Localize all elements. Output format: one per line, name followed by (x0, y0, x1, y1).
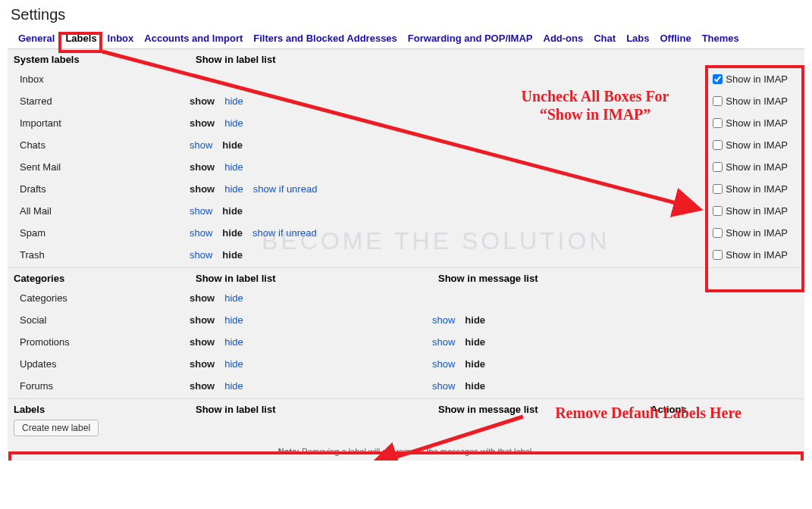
col-header-show-label-list: Show in label list (196, 54, 438, 65)
option-hide: hide (222, 249, 243, 261)
system-label-row: Trashshow hideShow in IMAP (8, 244, 804, 266)
col-header-show-message-list-2: Show in message list (438, 404, 651, 415)
col-header-show-message-list: Show in message list (438, 273, 651, 284)
label-list-options: show hide (190, 139, 432, 151)
option-hide[interactable]: hide (224, 314, 243, 326)
show-in-imap-label: Show in IMAP (726, 95, 788, 107)
label-list-options: show hide (190, 95, 432, 107)
tab-filters-and-blocked-addresses[interactable]: Filters and Blocked Addresses (253, 33, 397, 44)
option-show: show (190, 380, 215, 392)
category-name: Social (14, 314, 190, 326)
option-hide[interactable]: hide (224, 336, 243, 348)
label-list-options: show hide show if unread (190, 227, 432, 239)
label-name: Starred (14, 95, 190, 107)
show-in-imap-checkbox[interactable] (713, 184, 723, 194)
category-row: Promotionsshow hideshow hide (8, 331, 804, 353)
tab-forwarding-and-pop-imap[interactable]: Forwarding and POP/IMAP (408, 33, 533, 44)
option-hide: hide (465, 358, 485, 370)
create-new-label-button[interactable]: Create new label (14, 420, 99, 436)
category-row: Updatesshow hideshow hide (8, 353, 804, 375)
note-text: Removing a label will not remove the mes… (299, 447, 534, 456)
col-header-system-labels: System labels (14, 54, 196, 65)
show-in-imap-cell: Show in IMAP (713, 117, 788, 129)
option-show[interactable]: show (190, 139, 212, 151)
label-name: Sent Mail (14, 161, 190, 173)
tab-chat[interactable]: Chat (594, 33, 616, 44)
category-name: Forums (14, 380, 190, 392)
show-in-imap-checkbox[interactable] (713, 162, 723, 172)
show-in-imap-checkbox[interactable] (713, 140, 723, 150)
show-in-imap-checkbox[interactable] (713, 96, 723, 106)
option-hide[interactable]: hide (224, 380, 243, 392)
show-in-imap-label: Show in IMAP (726, 205, 788, 217)
show-in-imap-cell: Show in IMAP (713, 183, 788, 195)
option-show-if-unread[interactable]: show if unread (253, 183, 318, 195)
show-in-imap-label: Show in IMAP (726, 183, 788, 195)
col-header-actions: Actions (651, 404, 798, 415)
option-show: show (190, 95, 215, 107)
tab-inbox[interactable]: Inbox (108, 33, 134, 44)
label-name: Trash (14, 249, 190, 261)
tab-labs[interactable]: Labs (626, 33, 649, 44)
option-hide[interactable]: hide (224, 161, 243, 173)
option-show: show (190, 117, 215, 129)
show-in-imap-checkbox[interactable] (713, 206, 723, 216)
tab-add-ons[interactable]: Add-ons (544, 33, 584, 44)
option-hide[interactable]: hide (224, 358, 243, 370)
label-name: Drafts (14, 183, 190, 195)
message-list-options: show hide (432, 336, 644, 348)
option-show[interactable]: show (432, 336, 455, 348)
option-show: show (190, 358, 215, 370)
show-in-imap-checkbox[interactable] (713, 118, 723, 128)
option-show[interactable]: show (190, 205, 212, 217)
option-show[interactable]: show (190, 249, 212, 261)
show-in-imap-checkbox[interactable] (713, 74, 723, 84)
option-show[interactable]: show (190, 227, 212, 239)
tab-general[interactable]: General (18, 33, 55, 44)
system-label-row: All Mailshow hideShow in IMAP (8, 200, 804, 222)
tab-themes[interactable]: Themes (702, 33, 739, 44)
label-list-options: show hide (190, 314, 432, 326)
show-in-imap-label: Show in IMAP (726, 73, 788, 85)
option-show[interactable]: show (432, 380, 455, 392)
label-list-options: show hide (190, 249, 432, 261)
label-name: Chats (14, 139, 190, 151)
option-hide[interactable]: hide (224, 95, 243, 107)
tab-offline[interactable]: Offline (660, 33, 691, 44)
system-label-row: Importantshow hideShow in IMAP (8, 112, 804, 134)
section-header-labels: Labels Show in label list Show in messag… (8, 399, 804, 415)
show-in-imap-cell: Show in IMAP (713, 139, 788, 151)
label-name: All Mail (14, 205, 190, 217)
show-in-imap-label: Show in IMAP (726, 249, 788, 261)
show-in-imap-cell: Show in IMAP (713, 73, 788, 85)
message-list-options: show hide (432, 358, 644, 370)
tab-accounts-and-import[interactable]: Accounts and Import (144, 33, 243, 44)
footer-note: Note: Removing a label will not remove t… (8, 444, 804, 461)
option-hide[interactable]: hide (224, 292, 243, 304)
option-show: show (190, 183, 215, 195)
option-show[interactable]: show (432, 358, 455, 370)
message-list-options: show hide (432, 380, 644, 392)
col-header-categories: Categories (14, 273, 196, 284)
tab-labels[interactable]: Labels (65, 33, 96, 44)
system-label-row: Spamshow hide show if unreadShow in IMAP (8, 222, 804, 244)
option-show-if-unread[interactable]: show if unread (252, 227, 317, 239)
show-in-imap-label: Show in IMAP (726, 117, 788, 129)
show-in-imap-checkbox[interactable] (713, 228, 723, 238)
label-list-options: show hide (190, 336, 432, 348)
show-in-imap-cell: Show in IMAP (713, 95, 788, 107)
system-label-row: InboxShow in IMAP (8, 68, 804, 90)
label-list-options: show hide (190, 117, 432, 129)
show-in-imap-label: Show in IMAP (726, 227, 788, 239)
option-show[interactable]: show (432, 314, 455, 326)
col-header-show-label-list-3: Show in label list (196, 404, 438, 415)
option-hide: hide (465, 314, 485, 326)
option-hide[interactable]: hide (224, 117, 243, 129)
option-hide[interactable]: hide (224, 183, 243, 195)
page-title: Settings (0, 0, 812, 28)
col-header-show-label-list-2: Show in label list (196, 273, 438, 284)
show-in-imap-checkbox[interactable] (713, 250, 723, 260)
show-in-imap-cell: Show in IMAP (713, 205, 788, 217)
label-list-options: show hide (190, 205, 432, 217)
category-row: Forumsshow hideshow hide (8, 375, 804, 397)
